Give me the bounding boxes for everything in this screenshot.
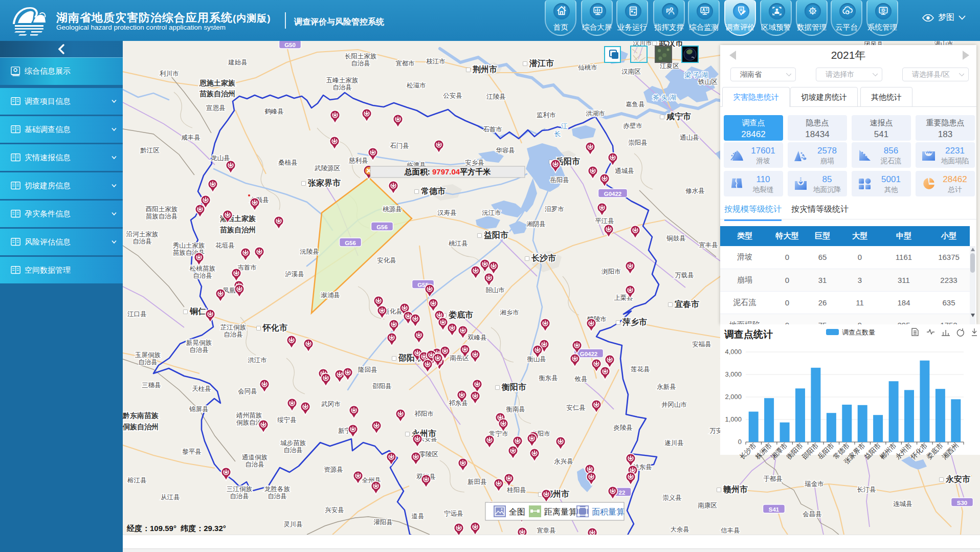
- svg-text:三江侗族: 三江侗族: [227, 485, 253, 493]
- svg-text:经度：109.59° 纬度：29.32°: 经度：109.59° 纬度：29.32°: [126, 524, 226, 533]
- svg-text:苗族自治州: 苗族自治州: [220, 226, 256, 234]
- svg-text:玉屏侗族: 玉屏侗族: [135, 351, 161, 359]
- svg-text:隆回县: 隆回县: [358, 366, 377, 373]
- svg-text:调查点统计: 调查点统计: [724, 329, 773, 340]
- svg-text:永兴县: 永兴县: [554, 458, 573, 465]
- svg-text:道县: 道县: [412, 513, 425, 520]
- svg-text:双峰县: 双峰县: [467, 334, 487, 341]
- svg-text:建始县: 建始县: [228, 59, 248, 66]
- svg-text:自治县: 自治县: [193, 272, 212, 279]
- svg-text:江夏区: 江夏区: [660, 62, 679, 70]
- svg-text:监利市: 监利市: [537, 112, 556, 119]
- svg-text:崇义县: 崇义县: [662, 494, 682, 501]
- svg-text:自治县: 自治县: [245, 461, 264, 468]
- svg-text:灵川县: 灵川县: [283, 521, 303, 528]
- svg-text:平江县: 平江县: [595, 217, 614, 225]
- svg-text:天柱县: 天柱县: [192, 385, 211, 392]
- svg-text:公安县: 公安县: [443, 92, 462, 99]
- svg-text:城步苗族: 城步苗族: [280, 439, 306, 447]
- svg-text:咸丰县: 咸丰县: [181, 134, 201, 141]
- svg-text:沅江市: 沅江市: [482, 209, 501, 216]
- svg-text:通山县: 通山县: [680, 134, 699, 141]
- svg-text:自治县: 自治县: [224, 331, 243, 338]
- svg-text:黎平县: 黎平县: [182, 448, 202, 455]
- svg-text:咸宁市: 咸宁市: [666, 112, 691, 121]
- svg-text:汉南区: 汉南区: [621, 68, 641, 75]
- svg-text:安乡县: 安乡县: [465, 159, 484, 166]
- svg-text:花垣县: 花垣县: [215, 242, 235, 249]
- svg-text:江陵县: 江陵县: [486, 93, 506, 100]
- svg-text:崇阳县: 崇阳县: [628, 139, 648, 146]
- svg-text:五峰土家族: 五峰土家族: [326, 77, 359, 84]
- svg-text:恩施土家族: 恩施土家族: [199, 79, 235, 87]
- svg-text:鹤峰县: 鹤峰县: [264, 108, 284, 115]
- svg-text:湘乡市: 湘乡市: [500, 309, 519, 316]
- svg-text:宜都市: 宜都市: [395, 60, 415, 67]
- svg-text:1,000: 1,000: [725, 415, 742, 423]
- svg-text:松桃苗族: 松桃苗族: [190, 265, 216, 272]
- svg-text:龙山县: 龙山县: [211, 154, 230, 162]
- svg-text:湘阴县: 湘阴县: [526, 220, 546, 228]
- svg-text:娄底市: 娄底市: [449, 310, 473, 319]
- svg-text:祁东县: 祁东县: [449, 400, 468, 407]
- svg-text:全图: 全图: [509, 507, 525, 516]
- svg-text:宜丰县: 宜丰县: [699, 241, 718, 249]
- svg-text:沿河土家族: 沿河土家族: [126, 231, 159, 238]
- svg-text:兴安县: 兴安县: [325, 506, 344, 514]
- svg-text:芷江侗族: 芷江侗族: [220, 324, 247, 331]
- svg-text:赤壁市: 赤壁市: [623, 122, 642, 129]
- svg-text:G56: G56: [345, 240, 356, 246]
- svg-text:会昌县: 会昌县: [803, 511, 822, 518]
- svg-text:祁阳市: 祁阳市: [414, 410, 434, 417]
- svg-text:衡东县: 衡东县: [539, 374, 558, 382]
- svg-text:萍乡市: 萍乡市: [622, 317, 647, 326]
- svg-text:零陵区: 零陵区: [419, 451, 438, 458]
- svg-text:长: 长: [554, 130, 561, 138]
- svg-text:石首市: 石首市: [483, 126, 502, 133]
- svg-text:常德市: 常德市: [421, 186, 446, 195]
- svg-text:G56: G56: [376, 224, 388, 230]
- svg-text:长阳土家族: 长阳土家族: [345, 53, 377, 60]
- svg-text:0: 0: [738, 438, 742, 446]
- svg-text:江: 江: [561, 122, 568, 130]
- svg-text:慈利县: 慈利县: [348, 157, 368, 164]
- svg-text:总面积: 9797.04平方千米: 总面积: 9797.04平方千米: [404, 167, 491, 176]
- svg-text:宜春市: 宜春市: [675, 299, 699, 308]
- svg-text:岳阳县: 岳阳县: [550, 176, 569, 184]
- svg-text:韶山市: 韶山市: [485, 286, 505, 294]
- svg-text:S30: S30: [957, 500, 967, 506]
- svg-text:铜仁: 铜仁: [189, 307, 206, 316]
- svg-text:连城县: 连城县: [893, 500, 912, 507]
- svg-text:张家界市: 张家界市: [307, 178, 341, 187]
- svg-text:自治县: 自治县: [332, 84, 352, 91]
- svg-text:安福县: 安福县: [692, 341, 711, 348]
- svg-text:武陵源区: 武陵源区: [314, 165, 341, 172]
- svg-text:衡阳市: 衡阳市: [501, 382, 526, 391]
- svg-text:通城县: 通城县: [615, 167, 634, 174]
- svg-text:炎陵县: 炎陵县: [613, 424, 633, 431]
- svg-text:绥宁县: 绥宁县: [277, 416, 297, 424]
- svg-text:自治县: 自治县: [283, 447, 303, 454]
- svg-text:华容县: 华容县: [496, 147, 515, 154]
- svg-text:自治县: 自治县: [351, 60, 370, 67]
- svg-text:自治县: 自治县: [138, 359, 158, 366]
- svg-text:修水县: 修水县: [685, 187, 705, 194]
- svg-text:利川市: 利川市: [159, 70, 179, 77]
- svg-text:苗族自治州: 苗族自治州: [199, 90, 235, 98]
- svg-text:自治县: 自治县: [268, 493, 287, 500]
- svg-text:榕江县: 榕江县: [127, 477, 147, 484]
- svg-text:南康区: 南康区: [698, 502, 717, 509]
- svg-text:自治县: 自治县: [132, 238, 152, 245]
- svg-text:永新县: 永新县: [657, 383, 676, 390]
- svg-text:黔东南苗族: 黔东南苗族: [123, 411, 159, 419]
- svg-text:G0422: G0422: [604, 191, 622, 197]
- svg-text:嘉鱼县: 嘉鱼县: [626, 101, 645, 108]
- svg-text:桂阳县: 桂阳县: [506, 487, 526, 494]
- svg-text:会同县: 会同县: [238, 388, 257, 395]
- svg-text:武冈市: 武冈市: [321, 401, 341, 408]
- svg-text:瑞金市: 瑞金市: [805, 480, 824, 488]
- svg-text:酉阳土家族: 酉阳土家族: [146, 206, 178, 213]
- svg-text:2,000: 2,000: [725, 393, 742, 401]
- svg-text:新晃侗族: 新晃侗族: [186, 339, 212, 346]
- svg-text:益阳市: 益阳市: [484, 230, 508, 239]
